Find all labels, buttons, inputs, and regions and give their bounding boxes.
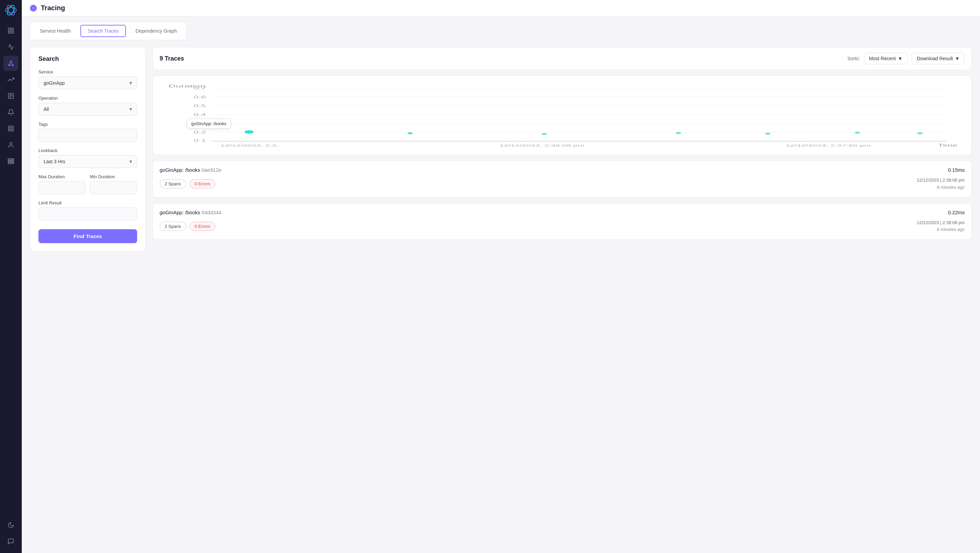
svg-text:0.2: 0.2 [194,130,206,134]
min-duration-input[interactable] [90,181,137,194]
sort-select[interactable]: Most Recent ▼ [864,53,907,64]
scatter-chart: Duration 0.7 0.6 0.5 0.4 0.3 0.2 0.1 [153,76,972,155]
lookback-select[interactable]: Last 3 Hrs [38,155,137,168]
trace-id: 04dd344 [202,210,221,215]
trace-duration: 0.15ms [948,167,965,173]
download-result-button[interactable]: Download Result ▼ [912,53,965,64]
svg-text:0.5: 0.5 [194,104,206,108]
trace-date: 12/12/2023 | 2:38:08 pm [917,177,965,184]
trace-badges: 2 Spans 0 Errors [159,179,215,188]
limit-input[interactable] [38,207,137,220]
results-panel: 9 Traces Sorts: Most Recent ▼ Download R… [153,47,972,240]
svg-line-10 [9,62,11,65]
svg-text:12/12/2023, 2:3...: 12/12/2023, 2:3... [221,144,283,147]
trace-id: 0ae912e [202,167,221,173]
sidebar-item-chat[interactable] [3,534,18,549]
app-logo [5,4,17,16]
svg-text:0.7: 0.7 [194,86,206,90]
svg-point-21 [10,143,12,145]
page-content: Service Health Search Traces Dependency … [22,16,980,553]
trace-card-footer: 2 Spans 0 Errors 12/12/2023 | 2:38:08 pm… [159,177,965,191]
max-duration-input[interactable] [38,181,86,194]
tab-dependency-graph[interactable]: Dependency Graph [129,25,183,37]
chart-inner: Duration 0.7 0.6 0.5 0.4 0.3 0.2 0.1 [159,81,965,149]
breadcrumb-icon: › [30,5,37,11]
chart-svg: Duration 0.7 0.6 0.5 0.4 0.3 0.2 0.1 [159,81,965,149]
svg-rect-17 [8,126,11,128]
find-traces-button[interactable]: Find Traces [38,229,137,243]
operation-label: Operation [38,95,137,101]
tags-input[interactable] [38,129,137,142]
search-panel: Search Service goGinApp ▼ Operation All [30,47,146,252]
svg-text:Time: Time [938,143,957,147]
svg-rect-18 [11,126,14,128]
sort-label: Sorts: [847,56,860,61]
svg-point-49 [765,133,771,135]
svg-point-48 [676,132,681,134]
limit-result-field: Limit Result [38,200,137,220]
trace-ago: 8 minutes ago [917,184,965,191]
page-title: Tracing [41,4,65,12]
svg-rect-19 [8,129,11,131]
tab-search-traces[interactable]: Search Traces [80,25,126,37]
lookback-field: Lookback Last 3 Hrs ▼ [38,148,137,168]
sidebar-item-trend[interactable] [3,72,18,87]
svg-rect-22 [8,159,14,160]
errors-badge: 0 Errors [189,179,215,188]
trace-card-header: goGinApp: /books 0ae912e 0.15ms [159,167,965,173]
min-duration-label: Min Duration [90,174,137,179]
svg-rect-23 [8,160,14,162]
sidebar-item-grid[interactable] [3,23,18,38]
operation-select-wrapper: All ▼ [38,103,137,116]
svg-point-46 [407,132,413,134]
duration-row: Max Duration Min Duration [38,174,137,200]
spans-badge: 2 Spans [159,179,186,188]
trace-card-header: goGinApp: /books 04dd344 0.22ms [159,210,965,215]
svg-point-51 [917,132,923,134]
sidebar-item-storage[interactable] [3,154,18,169]
sidebar-item-user[interactable] [3,137,18,153]
operation-select[interactable]: All [38,103,137,116]
trace-card[interactable]: goGinApp: /books 0ae912e 0.15ms 2 Spans … [153,160,972,198]
main-content: › Tracing Service Health Search Traces D… [22,0,980,553]
trace-date: 12/12/2023 | 2:38:08 pm [917,219,965,227]
sidebar-item-moon[interactable] [3,518,18,532]
service-select[interactable]: goGinApp [38,76,137,89]
download-label: Download Result [917,56,953,61]
sidebar-item-network[interactable] [3,56,18,71]
sidebar-item-alert[interactable] [3,105,18,120]
spans-badge: 2 Spans [159,222,186,231]
svg-line-11 [11,62,13,65]
sidebar-item-report[interactable] [3,88,18,103]
min-duration-field: Min Duration [90,174,137,194]
svg-point-50 [855,132,860,133]
tab-service-health[interactable]: Service Health [33,25,78,37]
lookback-label: Lookback [38,148,137,153]
results-header: 9 Traces Sorts: Most Recent ▼ Download R… [153,47,972,70]
sidebar-item-chart[interactable] [3,40,18,54]
svg-text:0.6: 0.6 [194,95,206,99]
sort-chevron-icon: ▼ [898,56,902,61]
two-col-layout: Search Service goGinApp ▼ Operation All [30,47,972,252]
svg-text:0.4: 0.4 [194,113,206,117]
search-title: Search [38,56,137,63]
trace-duration: 0.22ms [948,210,965,215]
sidebar-item-dashboard[interactable] [3,121,18,136]
trace-card[interactable]: goGinApp: /books 04dd344 0.22ms 2 Spans … [153,203,972,240]
results-controls: Sorts: Most Recent ▼ Download Result ▼ [847,53,965,64]
app-header: › Tracing [22,0,980,16]
trace-service: goGinApp: /books 04dd344 [159,210,221,215]
svg-point-7 [10,61,11,62]
download-chevron-icon: ▼ [955,56,959,61]
limit-label: Limit Result [38,200,137,205]
svg-point-47 [542,133,547,135]
svg-rect-6 [11,31,14,33]
svg-rect-4 [11,28,14,30]
service-select-wrapper: goGinApp ▼ [38,76,137,89]
svg-rect-24 [8,162,14,164]
svg-text:0.1: 0.1 [194,139,206,143]
svg-text:0.3: 0.3 [194,122,206,126]
operation-field: Operation All ▼ [38,95,137,116]
svg-text:12/12/2023, 2:37:50 pm: 12/12/2023, 2:37:50 pm [786,144,871,147]
svg-rect-5 [8,31,11,33]
